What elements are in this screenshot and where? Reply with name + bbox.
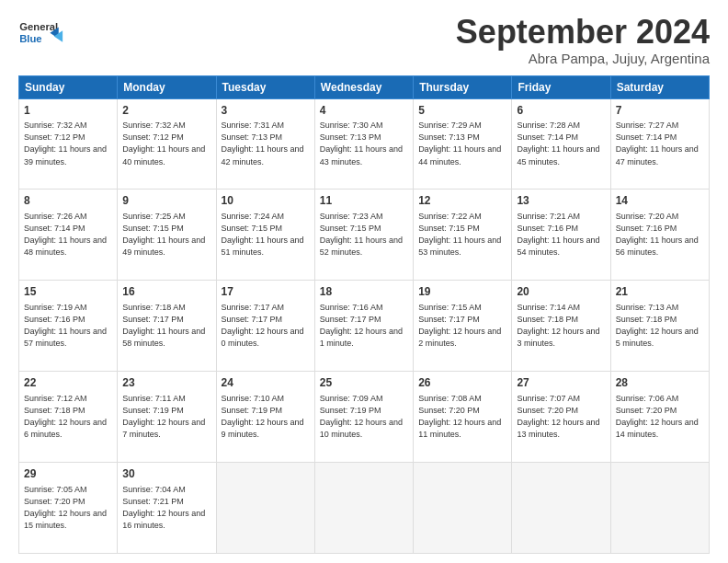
col-sunday: Sunday — [19, 75, 118, 98]
cell-text: Sunrise: 7:14 AMSunset: 7:18 PMDaylight:… — [517, 303, 599, 348]
week-row-3: 15Sunrise: 7:19 AMSunset: 7:16 PMDayligh… — [19, 281, 710, 372]
logo: General Blue — [18, 14, 64, 55]
page: General Blue September 2024 Abra Pampa, … — [0, 0, 728, 563]
table-cell: 23Sunrise: 7:11 AMSunset: 7:19 PMDayligh… — [118, 372, 216, 463]
day-number: 6 — [517, 103, 605, 119]
table-cell: 16Sunrise: 7:18 AMSunset: 7:17 PMDayligh… — [118, 281, 216, 372]
cell-text: Sunrise: 7:23 AMSunset: 7:15 PMDaylight:… — [320, 212, 403, 257]
table-cell: 3Sunrise: 7:31 AMSunset: 7:13 PMDaylight… — [216, 98, 314, 190]
cell-text: Sunrise: 7:22 AMSunset: 7:15 PMDaylight:… — [418, 212, 501, 257]
week-row-4: 22Sunrise: 7:12 AMSunset: 7:18 PMDayligh… — [19, 372, 710, 463]
cell-text: Sunrise: 7:32 AMSunset: 7:12 PMDaylight:… — [122, 121, 205, 166]
table-cell: 11Sunrise: 7:23 AMSunset: 7:15 PMDayligh… — [314, 190, 413, 281]
month-title: September 2024 — [456, 14, 710, 51]
table-cell: 18Sunrise: 7:16 AMSunset: 7:17 PMDayligh… — [314, 281, 413, 372]
table-cell: 7Sunrise: 7:27 AMSunset: 7:14 PMDaylight… — [610, 98, 709, 190]
col-thursday: Thursday — [414, 75, 512, 98]
table-cell: 25Sunrise: 7:09 AMSunset: 7:19 PMDayligh… — [314, 372, 413, 463]
day-number: 14 — [616, 193, 704, 209]
header: General Blue September 2024 Abra Pampa, … — [18, 14, 710, 66]
table-cell: 21Sunrise: 7:13 AMSunset: 7:18 PMDayligh… — [610, 281, 709, 372]
col-tuesday: Tuesday — [216, 75, 314, 98]
table-cell — [512, 463, 610, 554]
table-cell: 28Sunrise: 7:06 AMSunset: 7:20 PMDayligh… — [610, 372, 709, 463]
table-cell: 13Sunrise: 7:21 AMSunset: 7:16 PMDayligh… — [512, 190, 610, 281]
col-friday: Friday — [512, 75, 610, 98]
table-cell — [314, 463, 413, 554]
week-row-1: 1Sunrise: 7:32 AMSunset: 7:12 PMDaylight… — [19, 98, 710, 190]
table-cell: 4Sunrise: 7:30 AMSunset: 7:13 PMDaylight… — [314, 98, 413, 190]
table-cell: 2Sunrise: 7:32 AMSunset: 7:12 PMDaylight… — [118, 98, 216, 190]
day-number: 13 — [517, 193, 605, 209]
day-number: 26 — [418, 375, 506, 391]
week-row-5: 29Sunrise: 7:05 AMSunset: 7:20 PMDayligh… — [19, 463, 710, 554]
cell-text: Sunrise: 7:15 AMSunset: 7:17 PMDaylight:… — [418, 303, 501, 348]
cell-text: Sunrise: 7:17 AMSunset: 7:17 PMDaylight:… — [222, 303, 304, 348]
table-cell: 12Sunrise: 7:22 AMSunset: 7:15 PMDayligh… — [414, 190, 512, 281]
day-number: 11 — [320, 193, 408, 209]
table-cell: 9Sunrise: 7:25 AMSunset: 7:15 PMDaylight… — [118, 190, 216, 281]
location-subtitle: Abra Pampa, Jujuy, Argentina — [456, 51, 710, 66]
cell-text: Sunrise: 7:26 AMSunset: 7:14 PMDaylight:… — [24, 212, 107, 257]
table-cell: 10Sunrise: 7:24 AMSunset: 7:15 PMDayligh… — [216, 190, 314, 281]
col-saturday: Saturday — [610, 75, 709, 98]
cell-text: Sunrise: 7:19 AMSunset: 7:16 PMDaylight:… — [24, 303, 107, 348]
cell-text: Sunrise: 7:11 AMSunset: 7:19 PMDaylight:… — [122, 394, 205, 439]
cell-text: Sunrise: 7:28 AMSunset: 7:14 PMDaylight:… — [517, 121, 599, 166]
table-cell: 15Sunrise: 7:19 AMSunset: 7:16 PMDayligh… — [19, 281, 118, 372]
day-number: 25 — [320, 375, 408, 391]
table-cell: 20Sunrise: 7:14 AMSunset: 7:18 PMDayligh… — [512, 281, 610, 372]
cell-text: Sunrise: 7:25 AMSunset: 7:15 PMDaylight:… — [122, 212, 205, 257]
table-cell: 5Sunrise: 7:29 AMSunset: 7:13 PMDaylight… — [414, 98, 512, 190]
table-cell: 29Sunrise: 7:05 AMSunset: 7:20 PMDayligh… — [19, 463, 118, 554]
table-cell: 14Sunrise: 7:20 AMSunset: 7:16 PMDayligh… — [610, 190, 709, 281]
cell-text: Sunrise: 7:10 AMSunset: 7:19 PMDaylight:… — [222, 394, 304, 439]
cell-text: Sunrise: 7:21 AMSunset: 7:16 PMDaylight:… — [517, 212, 599, 257]
svg-text:General: General — [19, 21, 58, 32]
svg-text:Blue: Blue — [19, 33, 41, 44]
title-block: September 2024 Abra Pampa, Jujuy, Argent… — [456, 14, 710, 66]
table-cell: 22Sunrise: 7:12 AMSunset: 7:18 PMDayligh… — [19, 372, 118, 463]
cell-text: Sunrise: 7:04 AMSunset: 7:21 PMDaylight:… — [122, 485, 205, 530]
cell-text: Sunrise: 7:29 AMSunset: 7:13 PMDaylight:… — [418, 121, 501, 166]
day-number: 22 — [24, 375, 112, 391]
cell-text: Sunrise: 7:13 AMSunset: 7:18 PMDaylight:… — [616, 303, 699, 348]
cell-text: Sunrise: 7:05 AMSunset: 7:20 PMDaylight:… — [24, 485, 107, 530]
day-number: 19 — [418, 284, 506, 300]
day-number: 7 — [616, 103, 704, 119]
day-number: 15 — [24, 284, 112, 300]
day-number: 29 — [24, 466, 112, 482]
day-number: 24 — [222, 375, 310, 391]
day-number: 10 — [222, 193, 310, 209]
cell-text: Sunrise: 7:09 AMSunset: 7:19 PMDaylight:… — [320, 394, 403, 439]
day-number: 21 — [616, 284, 704, 300]
table-cell: 26Sunrise: 7:08 AMSunset: 7:20 PMDayligh… — [414, 372, 512, 463]
cell-text: Sunrise: 7:08 AMSunset: 7:20 PMDaylight:… — [418, 394, 501, 439]
day-number: 30 — [122, 466, 210, 482]
day-number: 1 — [24, 103, 112, 119]
day-number: 4 — [320, 103, 408, 119]
col-monday: Monday — [118, 75, 216, 98]
table-cell: 27Sunrise: 7:07 AMSunset: 7:20 PMDayligh… — [512, 372, 610, 463]
table-cell — [414, 463, 512, 554]
day-number: 3 — [222, 103, 310, 119]
logo-svg: General Blue — [18, 14, 64, 55]
table-cell: 6Sunrise: 7:28 AMSunset: 7:14 PMDaylight… — [512, 98, 610, 190]
day-number: 12 — [418, 193, 506, 209]
table-cell: 24Sunrise: 7:10 AMSunset: 7:19 PMDayligh… — [216, 372, 314, 463]
day-number: 27 — [517, 375, 605, 391]
header-row: Sunday Monday Tuesday Wednesday Thursday… — [19, 75, 710, 98]
cell-text: Sunrise: 7:16 AMSunset: 7:17 PMDaylight:… — [320, 303, 403, 348]
cell-text: Sunrise: 7:18 AMSunset: 7:17 PMDaylight:… — [122, 303, 205, 348]
table-cell — [216, 463, 314, 554]
day-number: 8 — [24, 193, 112, 209]
table-cell: 8Sunrise: 7:26 AMSunset: 7:14 PMDaylight… — [19, 190, 118, 281]
day-number: 5 — [418, 103, 506, 119]
table-cell — [610, 463, 709, 554]
cell-text: Sunrise: 7:20 AMSunset: 7:16 PMDaylight:… — [616, 212, 699, 257]
cell-text: Sunrise: 7:31 AMSunset: 7:13 PMDaylight:… — [222, 121, 304, 166]
table-cell: 1Sunrise: 7:32 AMSunset: 7:12 PMDaylight… — [19, 98, 118, 190]
calendar-table: Sunday Monday Tuesday Wednesday Thursday… — [18, 75, 710, 554]
cell-text: Sunrise: 7:27 AMSunset: 7:14 PMDaylight:… — [616, 121, 699, 166]
day-number: 17 — [222, 284, 310, 300]
